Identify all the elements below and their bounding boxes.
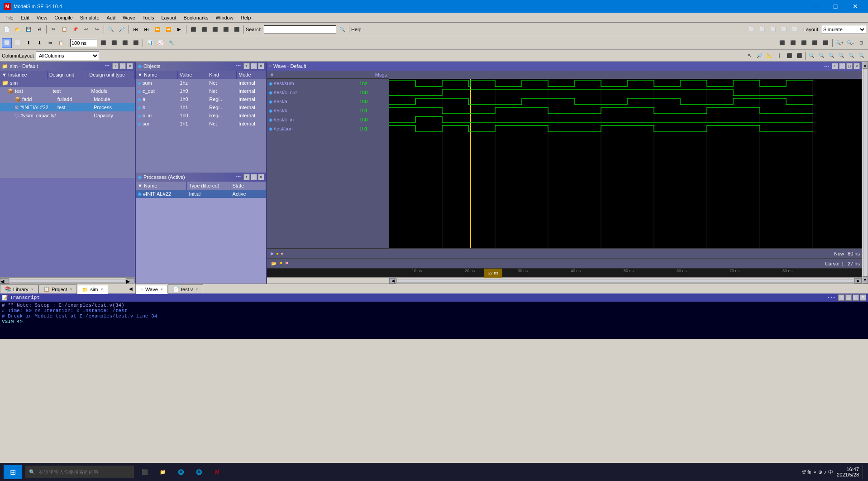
tab-nav[interactable]: ◀ [127, 284, 135, 293]
tb2-step[interactable]: ⬛ [109, 38, 119, 48]
tray-network[interactable]: ⊕ [818, 469, 822, 475]
menu-wave[interactable]: Wave [119, 14, 139, 21]
menu-simulate[interactable]: Simulate [76, 14, 103, 21]
close-button[interactable]: ✕ [846, 0, 864, 13]
tb-step1[interactable]: ⬛ [188, 24, 198, 34]
list-item[interactable]: ◆c_out 1h0 Net Internal [136, 87, 266, 95]
column-layout-select[interactable]: AllColumns [36, 51, 99, 60]
wave-min[interactable]: _ [839, 63, 845, 69]
tb-step4[interactable]: ⬛ [221, 24, 231, 34]
menu-tools[interactable]: Tools [139, 14, 158, 21]
tb2-1[interactable]: ⬜ [2, 38, 12, 48]
taskbar-explorer[interactable]: 📁 [156, 465, 170, 479]
wave-scroll-right[interactable]: ▶ [854, 278, 862, 284]
tb-layout1[interactable]: ⬜ [746, 24, 756, 34]
library-close[interactable]: × [31, 287, 33, 292]
tb-save[interactable]: 💾 [24, 24, 33, 34]
transcript-close[interactable]: × [860, 294, 866, 301]
zoom-in[interactable]: 🔍+ [835, 38, 844, 48]
tab-wave[interactable]: ≈ Wave × [136, 285, 168, 294]
wt-vis[interactable]: ⬛ [794, 51, 804, 61]
menu-layout[interactable]: Layout [158, 14, 180, 21]
wt-bar[interactable]: | [774, 51, 784, 61]
tb2-wt4[interactable]: ⬛ [810, 38, 820, 48]
tab-sim[interactable]: 📁 sim × [77, 285, 108, 294]
transcript-min[interactable]: _ [845, 294, 852, 301]
list-item[interactable]: ◆ /test/sun [267, 124, 358, 133]
tb-print[interactable]: 🖨 [34, 24, 44, 34]
proc-pin[interactable]: + [243, 174, 250, 180]
menu-window[interactable]: Window [212, 14, 237, 21]
tb2-wave2[interactable]: 📈 [156, 38, 166, 48]
menu-help[interactable]: Help [237, 14, 255, 21]
tb-search-go[interactable]: 🔍 [337, 24, 347, 34]
wave-tab-close[interactable]: × [161, 287, 163, 292]
tb-paste[interactable]: 📌 [70, 24, 80, 34]
tb-sim5[interactable]: ▶ [174, 24, 184, 34]
transcript-pin[interactable]: + [838, 294, 844, 301]
scroll-left[interactable]: ◀ [0, 278, 9, 284]
wave-scrollbar[interactable]: ◀ ▶ [267, 277, 862, 284]
layout-select[interactable]: Simulate [821, 25, 866, 34]
wt-z1[interactable]: 🔍 [806, 51, 816, 61]
wave-max[interactable]: □ [846, 63, 853, 69]
sim-scrollbar[interactable]: ◀ ▶ [0, 277, 135, 284]
sim-panel-min[interactable]: _ [119, 63, 126, 69]
tb2-5[interactable]: ➡ [45, 38, 55, 48]
tb-step3[interactable]: ⬛ [210, 24, 220, 34]
menu-bookmarks[interactable]: Bookmarks [180, 14, 212, 21]
tb2-run[interactable]: ⬛ [98, 38, 108, 48]
tb2-stop[interactable]: ⬛ [120, 38, 130, 48]
tb2-restart[interactable]: ⬛ [131, 38, 141, 48]
vscroll-track[interactable] [863, 69, 868, 276]
tb-layout5[interactable]: ⬜ [790, 24, 800, 34]
search-bar[interactable]: 🔍 [25, 466, 134, 478]
tb2-6[interactable]: 📋 [56, 38, 66, 48]
search-input[interactable] [264, 25, 336, 34]
list-item[interactable]: ◆sun 1h1 Net Internal [136, 120, 266, 128]
taskbar-search-input[interactable] [39, 469, 130, 475]
list-item[interactable]: ◆ /test/c_out [267, 88, 358, 97]
transcript-max[interactable]: □ [853, 294, 859, 301]
wt-z3[interactable]: 🔍 [826, 51, 836, 61]
obj-close[interactable]: × [258, 63, 264, 69]
tb2-wave3[interactable]: 🔧 [167, 38, 176, 48]
taskbar-browser2[interactable]: 🌐 [192, 465, 206, 479]
list-item[interactable]: ◆sum 1hz Net Internal [136, 79, 266, 87]
time-input[interactable] [70, 39, 97, 47]
menu-add[interactable]: Add [103, 14, 119, 21]
tb2-wt3[interactable]: ⬛ [799, 38, 809, 48]
wt-z6[interactable]: 🔍 [856, 51, 866, 61]
tb-cut[interactable]: ✂ [48, 24, 58, 34]
tab-project[interactable]: 📋 Project × [38, 284, 77, 293]
vertical-scrollbar[interactable]: ▲ ▼ [862, 62, 868, 284]
table-row[interactable]: ⬡ #vsim_capacity# Capacity [0, 111, 135, 120]
sim-panel-pin[interactable]: + [112, 63, 119, 69]
list-item[interactable]: ◆b 1h1 Regi... Internal [136, 103, 266, 111]
menu-compile[interactable]: Compile [51, 14, 76, 21]
table-row[interactable]: 📦 fadd fulladd Module [0, 95, 135, 103]
tb2-wt2[interactable]: ⬛ [788, 38, 798, 48]
tb-find[interactable]: 🔍 [106, 24, 116, 34]
proc-min[interactable]: _ [251, 174, 257, 180]
list-item[interactable]: ◆a 1h0 Regi... Internal [136, 95, 266, 103]
table-row[interactable]: ⚙ #INITIAL#22 test Process [0, 103, 135, 111]
wave-pin[interactable]: + [832, 63, 838, 69]
tb-redo[interactable]: ↪ [92, 24, 102, 34]
wave-draw-area[interactable] [389, 71, 862, 248]
obj-pin[interactable]: + [243, 63, 250, 69]
wt-z4[interactable]: 🔍 [836, 51, 846, 61]
tb-copy[interactable]: 📋 [59, 24, 69, 34]
scroll-right[interactable]: ▶ [126, 278, 135, 284]
wt-cursor[interactable]: ↖ [744, 51, 754, 61]
tb2-wave1[interactable]: 📊 [145, 38, 155, 48]
menu-edit[interactable]: Edit [17, 14, 33, 21]
sim-panel-close[interactable]: × [127, 63, 133, 69]
tb-layout3[interactable]: ⬜ [768, 24, 778, 34]
tb2-4[interactable]: ⬇ [34, 38, 44, 48]
tb-new[interactable]: 📄 [2, 24, 12, 34]
tb2-3[interactable]: ⬆ [24, 38, 33, 48]
tb-layout2[interactable]: ⬜ [757, 24, 767, 34]
tab-library[interactable]: 📚 Library × [0, 284, 38, 293]
tray-vol[interactable]: ♪ [824, 469, 827, 475]
